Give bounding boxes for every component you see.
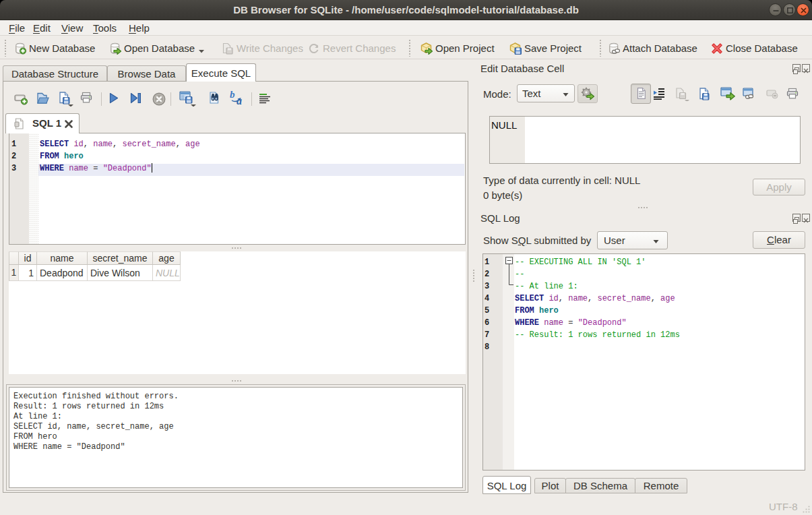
svg-text:b: b [230,90,235,100]
